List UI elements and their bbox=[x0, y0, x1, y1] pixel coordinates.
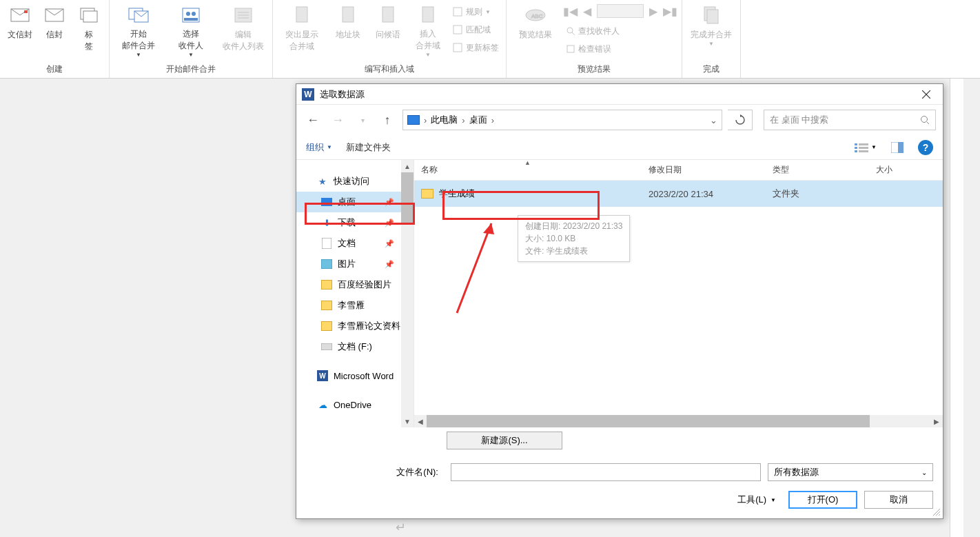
file-filter-dropdown[interactable]: 所有数据源 ⌄ bbox=[768, 463, 933, 481]
close-button[interactable] bbox=[915, 84, 937, 105]
address-block-button: 地址块 bbox=[329, 3, 367, 58]
nav-up-button[interactable]: ↑ bbox=[378, 110, 397, 130]
search-input[interactable]: 在 桌面 中搜索 bbox=[764, 110, 936, 130]
scroll-down-icon[interactable]: ▼ bbox=[401, 415, 414, 427]
scroll-left-icon[interactable]: ◀ bbox=[414, 415, 427, 427]
cancel-button[interactable]: 取消 bbox=[864, 491, 933, 509]
select-recipients-button[interactable]: 选择 收件人 ▼ bbox=[166, 3, 216, 58]
start-mail-merge-button[interactable]: 开始 邮件合并 ▼ bbox=[114, 3, 163, 58]
new-folder-button[interactable]: 新建文件夹 bbox=[346, 141, 391, 154]
view-options-button[interactable]: ▼ bbox=[855, 139, 877, 156]
scroll-thumb[interactable] bbox=[427, 415, 870, 427]
column-size[interactable]: 大小 bbox=[869, 160, 943, 180]
new-source-button[interactable]: 新建源(S)... bbox=[447, 432, 562, 449]
svg-rect-10 bbox=[184, 18, 198, 21]
dialog-titlebar: W 选取数据源 bbox=[296, 84, 943, 105]
sidebar-lixueyan-folder[interactable]: 李雪雁 bbox=[296, 295, 401, 316]
label: 编辑 收件人列表 bbox=[223, 29, 264, 52]
ribbon-group-write-fields: 突出显示 合并域 地址块 问候语 插入 合并域 ▼ 规则 ▼ 匹配域 更新标签 … bbox=[273, 0, 507, 78]
sidebar-thesis-folder[interactable]: 李雪雁论文资料 bbox=[296, 316, 401, 336]
write-side-menu: 规则 ▼ 匹配域 更新标签 bbox=[449, 3, 502, 55]
svg-rect-33 bbox=[855, 143, 857, 145]
label: 问候语 bbox=[376, 29, 400, 41]
pin-icon: 📌 bbox=[385, 239, 394, 248]
insert-merge-field-button: 插入 合并域 ▼ bbox=[409, 3, 447, 58]
refresh-button[interactable] bbox=[728, 110, 753, 130]
svg-line-32 bbox=[927, 122, 929, 124]
sidebar-desktop[interactable]: 桌面 📌 bbox=[296, 192, 401, 212]
page-edge bbox=[950, 79, 963, 537]
preview-pane-button[interactable] bbox=[886, 139, 908, 156]
edit-list-icon bbox=[232, 4, 254, 26]
dialog-new-source-row: 新建源(S)... bbox=[296, 427, 943, 454]
filename-input[interactable] bbox=[451, 463, 761, 481]
svg-rect-20 bbox=[453, 26, 462, 34]
organize-menu[interactable]: 组织 ▼ bbox=[306, 141, 332, 154]
svg-rect-17 bbox=[382, 7, 394, 22]
file-list-hscrollbar[interactable]: ◀ ▶ bbox=[414, 415, 943, 427]
dropdown-caret-icon: ▼ bbox=[871, 144, 877, 150]
envelope-button[interactable]: 信封 bbox=[39, 3, 70, 58]
record-number-input bbox=[597, 4, 644, 18]
sort-asc-icon: ▲ bbox=[524, 159, 531, 166]
label: 文信封 bbox=[8, 29, 32, 41]
breadcrumb-dropdown-icon[interactable]: ⌄ bbox=[707, 115, 717, 125]
svg-rect-28 bbox=[707, 10, 718, 23]
svg-rect-42 bbox=[322, 238, 331, 249]
scroll-right-icon[interactable]: ▶ bbox=[930, 415, 943, 427]
resize-grip-icon[interactable] bbox=[932, 507, 941, 517]
sidebar-onedrive[interactable]: ☁ OneDrive bbox=[296, 394, 401, 415]
chevron-right-icon: › bbox=[491, 115, 494, 125]
cloud-icon: ☁ bbox=[317, 399, 328, 410]
sidebar-msword[interactable]: W Microsoft Word bbox=[296, 365, 401, 386]
chinese-envelope-button[interactable]: 文信封 bbox=[4, 3, 36, 58]
sidebar-nav: ★ 快速访问 桌面 📌 ⬇ 下载 📌 文档 📌 bbox=[296, 160, 414, 427]
column-type[interactable]: 类型 bbox=[766, 160, 869, 180]
label: 地址块 bbox=[336, 29, 360, 41]
folder-icon bbox=[321, 300, 332, 311]
highlight-icon bbox=[291, 4, 313, 26]
svg-rect-40 bbox=[898, 142, 904, 153]
dialog-nav-bar: ← → ▾ ↑ › 此电脑 › 桌面 › ⌄ 在 桌面 中搜索 bbox=[296, 105, 943, 135]
paragraph-mark-icon: ↵ bbox=[396, 520, 406, 535]
preview-icon: ABC bbox=[524, 4, 547, 26]
match-fields-button: 匹配域 bbox=[449, 22, 502, 37]
help-button[interactable]: ? bbox=[918, 140, 933, 155]
filename-label: 文件名(N): bbox=[306, 466, 444, 478]
search-placeholder: 在 桌面 中搜索 bbox=[770, 114, 828, 126]
search-icon bbox=[920, 115, 930, 125]
sidebar-quick-access[interactable]: ★ 快速访问 bbox=[296, 171, 401, 192]
scroll-thumb[interactable] bbox=[401, 172, 414, 223]
sidebar-baidu-folder[interactable]: 百度经验图片 bbox=[296, 274, 401, 295]
sidebar-documents[interactable]: 文档 📌 bbox=[296, 233, 401, 254]
sidebar-drive-f[interactable]: 文档 (F:) bbox=[296, 336, 401, 357]
breadcrumb-bar[interactable]: › 此电脑 › 桌面 › ⌄ bbox=[402, 110, 722, 130]
sidebar-downloads[interactable]: ⬇ 下载 📌 bbox=[296, 212, 401, 233]
label: 预览结果 bbox=[519, 29, 552, 41]
dropdown-caret-icon: ▼ bbox=[770, 497, 776, 503]
file-row[interactable]: 学生成绩 2023/2/20 21:34 文件夹 bbox=[414, 181, 943, 207]
sidebar-pictures[interactable]: 图片 📌 bbox=[296, 254, 401, 274]
label: 标 签 bbox=[85, 29, 93, 52]
breadcrumb-pc[interactable]: 此电脑 bbox=[431, 114, 458, 126]
svg-text:ABC: ABC bbox=[531, 13, 543, 19]
open-button[interactable]: 打开(O) bbox=[788, 491, 857, 509]
nav-back-button[interactable]: ← bbox=[303, 110, 323, 130]
dialog-body: ★ 快速访问 桌面 📌 ⬇ 下载 📌 文档 📌 bbox=[296, 160, 943, 427]
svg-rect-19 bbox=[453, 8, 462, 16]
sidebar-scrollbar[interactable]: ▲ ▼ bbox=[401, 160, 414, 427]
breadcrumb-desktop[interactable]: 桌面 bbox=[469, 114, 487, 126]
label: 信封 bbox=[46, 29, 63, 41]
group-label: 开始邮件合并 bbox=[166, 62, 216, 78]
scroll-up-icon[interactable]: ▲ bbox=[401, 160, 414, 172]
prev-record-icon: ◀ bbox=[583, 5, 591, 18]
labels-button[interactable]: 标 签 bbox=[73, 3, 105, 58]
recipients-icon bbox=[180, 4, 202, 26]
chevron-right-icon: › bbox=[424, 115, 427, 125]
ribbon: 文信封 信封 标 签 创建 开始 邮件合并 bbox=[0, 0, 980, 79]
tools-menu[interactable]: 工具(L) ▼ bbox=[737, 494, 776, 506]
folder-icon bbox=[321, 279, 332, 290]
svg-rect-16 bbox=[343, 7, 354, 22]
nav-history-dropdown[interactable]: ▾ bbox=[353, 110, 372, 130]
column-date[interactable]: 修改日期 bbox=[642, 160, 766, 180]
